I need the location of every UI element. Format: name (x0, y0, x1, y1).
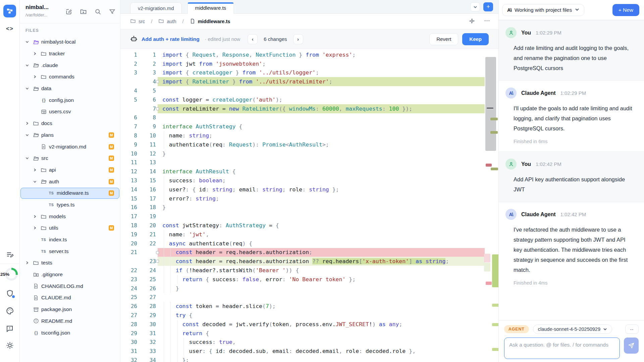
tab-v2-migration[interactable]: v2-migration.md (130, 2, 182, 13)
tree-item-models[interactable]: models (20, 210, 120, 222)
tree-item-changelog-md[interactable]: CHANGELOG.md (20, 280, 120, 292)
feedback-icon[interactable] (6, 324, 14, 333)
code-line[interactable]: 2426 } (120, 284, 498, 293)
tree-item-docs[interactable]: docs (20, 118, 120, 129)
context-progress-ring[interactable]: 25% (1, 268, 18, 281)
tree-item-auth[interactable]: authM (20, 176, 120, 187)
code-line[interactable]: 3234 }; (120, 356, 498, 362)
model-select[interactable]: claude-sonnet-4-5-20250929 (533, 324, 612, 334)
new-tab-button[interactable]: + (483, 2, 493, 11)
code-line[interactable]: 3133 user: { id: decoded.sub, email: dec… (120, 347, 498, 356)
tree-item-users-csv[interactable]: users.csv (20, 106, 120, 118)
chevron-right-icon[interactable] (25, 121, 30, 125)
chevron-right-icon[interactable] (33, 226, 37, 230)
editor-scrollbar[interactable] (485, 57, 496, 151)
tree-item-utils[interactable]: utilsM (20, 222, 120, 234)
filter-icon[interactable] (109, 8, 115, 16)
send-button[interactable] (624, 338, 639, 354)
code-line[interactable]: 1921 name: 'jwt', (120, 230, 498, 239)
chat-input[interactable] (504, 338, 620, 359)
code-line[interactable]: 79interface AuthStrategy { (120, 122, 498, 131)
code-line[interactable]: 11import { Request, Response, NextFuncti… (120, 50, 498, 59)
tree-item-server-ts[interactable]: TSserver.ts (20, 245, 120, 257)
chevron-down-icon[interactable] (25, 86, 30, 90)
code-line[interactable]: 1315 success: boolean; (120, 176, 498, 185)
chevron-right-icon[interactable] (33, 215, 37, 219)
tree-item--gitignore[interactable]: .gitignore (20, 269, 120, 281)
prev-change-button[interactable]: ‹ (248, 34, 258, 44)
palette-icon[interactable] (6, 307, 14, 315)
code-line[interactable]: 4import { RateLimiter } from '../utils/r… (120, 77, 498, 86)
tree-item-middleware-ts[interactable]: TSmiddleware.tsM (20, 187, 120, 199)
code-line[interactable]: 2325 return { success: false, error: 'No… (120, 275, 498, 284)
code-line[interactable]: 810 name: string; (120, 131, 498, 140)
revert-button[interactable]: Revert (429, 33, 458, 45)
edit-file-icon[interactable] (65, 8, 72, 16)
tree-item--claude[interactable]: .claude (20, 59, 120, 71)
tree-item-commands[interactable]: commands (20, 71, 120, 83)
code-line[interactable]: 2729 try { (120, 311, 498, 320)
next-change-button[interactable]: › (293, 34, 303, 44)
code-line[interactable]: 1113 (120, 158, 498, 167)
tab-list-dropdown-button[interactable] (470, 2, 480, 11)
code-line[interactable]: 2527 (120, 293, 498, 302)
code-line[interactable]: 2224 if (!header?.startsWith('Bearer '))… (120, 266, 498, 275)
tree-item-v2-migration-md[interactable]: v2-migration.mdM (20, 141, 120, 153)
change-set-title[interactable]: Add auth + rate limiting (142, 36, 200, 42)
keep-button[interactable]: Keep (462, 33, 489, 45)
code-line[interactable]: 33import { createLogger } from '../utils… (120, 68, 498, 77)
code-view-icon[interactable]: <> (6, 25, 13, 32)
code-line[interactable]: 22import jwt from 'jsonwebtoken'; (120, 59, 498, 68)
tree-item-nimbalyst-local[interactable]: nimbalyst-local (20, 36, 120, 48)
tree-item-claude-md[interactable]: CLAUDE.md (20, 292, 120, 304)
code-line[interactable]: 45 (120, 86, 498, 95)
tree-item-tracker[interactable]: tracker (20, 48, 120, 60)
chevron-down-icon[interactable] (25, 133, 30, 137)
code-line[interactable]: 911 authenticate(req: Request): Promise<… (120, 140, 498, 149)
settings-gear-icon[interactable] (6, 341, 14, 350)
code-line[interactable]: 1618} (120, 203, 498, 212)
app-logo-icon[interactable] (3, 5, 16, 17)
code-line[interactable]: 3032 success: true, (120, 338, 498, 347)
tree-item-package-json[interactable]: package.json (20, 304, 120, 315)
sparkle-icon[interactable] (469, 18, 475, 25)
chevron-down-icon[interactable] (25, 63, 30, 67)
tree-item-readme-md[interactable]: README.md (20, 315, 120, 327)
code-line[interactable]: 2628 const token = header.slice(7); (120, 302, 498, 311)
chevron-right-icon[interactable] (33, 168, 37, 172)
code-line[interactable]: 1517 error?: string; (120, 194, 498, 203)
tree-item-data[interactable]: data (20, 83, 120, 95)
chevron-right-icon[interactable] (25, 261, 30, 265)
code-line[interactable]: 2022 async authenticate(req) { (120, 239, 498, 248)
code-line[interactable]: 1012} (120, 149, 498, 158)
code-line[interactable]: 21 const header = req.headers.authorizat… (120, 248, 498, 257)
code-line[interactable]: 1820const jwtStrategy: AuthStrategy = { (120, 221, 498, 230)
shield-icon[interactable] (6, 289, 14, 298)
code-editor[interactable]: 11import { Request, Response, NextFuncti… (120, 49, 498, 362)
new-folder-icon[interactable] (80, 8, 87, 16)
code-line[interactable]: 1719 (120, 212, 498, 221)
tree-item-plans[interactable]: plansM (20, 129, 120, 141)
tree-item-tests[interactable]: tests (20, 257, 120, 269)
notes-edit-icon[interactable] (6, 251, 14, 259)
code-line[interactable]: 1214interface AuthResult { (120, 167, 498, 176)
code-line[interactable]: 68 (120, 113, 498, 122)
tree-item-types-ts[interactable]: TStypes.ts (20, 199, 120, 211)
tab-middleware[interactable]: middleware.ts (187, 2, 234, 14)
chevron-down-icon[interactable] (33, 180, 37, 184)
collapse-button[interactable]: -- (625, 324, 639, 334)
code-line[interactable]: 56const logger = createLogger('auth'); (120, 95, 498, 104)
code-line[interactable]: 7const rateLimiter = new RateLimiter({ w… (120, 104, 498, 113)
code-line[interactable]: 2931 return { (120, 329, 498, 338)
tree-item-index-ts[interactable]: TSindex.ts (20, 234, 120, 246)
search-icon[interactable] (95, 8, 101, 16)
chevron-right-icon[interactable] (33, 75, 37, 79)
breadcrumb-folder[interactable]: src (139, 19, 145, 24)
session-dropdown[interactable]: A\ Working with project files (502, 4, 584, 16)
code-line[interactable]: 23 const header = req.headers.authorizat… (120, 257, 498, 266)
chevron-down-icon[interactable] (25, 156, 30, 160)
tree-item-api[interactable]: apiM (20, 164, 120, 176)
tree-item-tsconfig-json[interactable]: { }tsconfig.json (20, 327, 120, 339)
chevron-down-icon[interactable] (25, 40, 30, 44)
tree-item-src[interactable]: srcM (20, 153, 120, 164)
